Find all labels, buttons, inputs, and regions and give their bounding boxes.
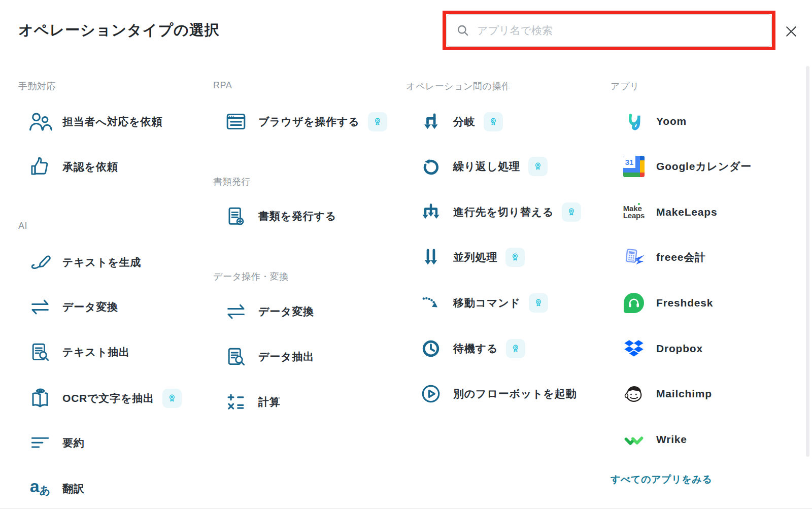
app-label: MakeLeaps: [656, 206, 717, 218]
app-label: Wrike: [656, 433, 687, 446]
operation-item-wait[interactable]: 待機する: [417, 335, 525, 362]
operation-item-data-convert[interactable]: データ変換: [26, 293, 118, 321]
translate-icon: aあ: [26, 475, 54, 502]
operation-item-launch-flowbot[interactable]: 別のフローボットを起動: [417, 380, 577, 407]
item-label: 翻訳: [62, 482, 85, 496]
makeleaps-logo: MakeLeaps: [620, 198, 648, 226]
item-label: 要約: [62, 436, 85, 450]
item-label: ブラウザを操作する: [258, 115, 360, 129]
certification-badge-icon: [562, 202, 581, 222]
item-label: 計算: [258, 395, 281, 409]
operation-item-data-convert[interactable]: データ変換: [222, 298, 314, 325]
operation-item-move-command[interactable]: 移動コマンド: [417, 289, 548, 317]
item-label: 担当者へ対応を依頼: [62, 115, 162, 129]
column-apps: アプリ Yoom 31 Googleカレンダー: [611, 0, 803, 511]
item-label: 待機する: [453, 342, 498, 356]
app-label: Yoom: [656, 115, 687, 127]
app-item-makeleaps[interactable]: MakeLeaps MakeLeaps: [620, 198, 717, 226]
item-label: テキストを生成: [62, 255, 141, 269]
operation-item-text-extract[interactable]: テキスト抽出: [26, 338, 130, 366]
document-search-icon: [222, 343, 250, 370]
app-item-google-calendar[interactable]: 31 Googleカレンダー: [620, 153, 752, 180]
swap-arrows-icon: [222, 298, 250, 325]
app-item-freee[interactable]: freee会計: [620, 244, 706, 271]
freee-logo: [620, 244, 648, 271]
item-label: 移動コマンド: [453, 296, 521, 310]
app-item-freshdesk[interactable]: Freshdesk: [620, 289, 713, 317]
branch-icon: [417, 108, 445, 135]
operation-item-branch[interactable]: 分岐: [417, 108, 503, 135]
operation-item-switch-route[interactable]: 進行先を切り替える: [417, 198, 581, 226]
certification-badge-icon: [528, 157, 548, 176]
app-item-wrike[interactable]: Wrike: [620, 426, 687, 453]
loop-icon: [417, 153, 445, 180]
item-label: 進行先を切り替える: [453, 205, 554, 219]
operation-item-request-staff[interactable]: 担当者へ対応を依頼: [26, 108, 162, 135]
modal-bottom-border: [0, 508, 812, 509]
certification-badge-icon: [368, 112, 387, 131]
operation-type-modal: オペレーションタイプの選択 手動対応: [0, 0, 812, 511]
certification-badge-icon: [484, 112, 503, 131]
certification-badge-icon: [506, 339, 525, 358]
operation-item-translate[interactable]: aあ 翻訳: [26, 475, 85, 502]
certification-badge-icon: [529, 293, 548, 313]
item-label: 繰り返し処理: [453, 159, 520, 174]
app-item-mailchimp[interactable]: Mailchimp: [620, 380, 712, 407]
dropbox-logo: [620, 335, 648, 362]
users-icon: [26, 108, 54, 135]
operation-item-request-approval[interactable]: 承認を依頼: [26, 153, 118, 181]
item-label: 分岐: [453, 115, 476, 129]
switch-route-icon: [417, 198, 445, 226]
section-header: AI: [18, 221, 27, 231]
freshdesk-logo: [620, 289, 648, 317]
operation-item-parallel[interactable]: 並列処理: [417, 244, 525, 271]
app-item-dropbox[interactable]: Dropbox: [620, 335, 703, 362]
swap-arrows-icon: [26, 293, 54, 321]
operation-item-summarize[interactable]: 要約: [26, 429, 85, 457]
app-label: Googleカレンダー: [656, 159, 752, 174]
app-label: Mailchimp: [656, 388, 712, 400]
yoom-logo: [620, 108, 648, 135]
app-label: Dropbox: [656, 343, 703, 355]
mailchimp-logo: [620, 380, 648, 407]
section-header: アプリ: [611, 80, 639, 92]
item-label: OCRで文字を抽出: [62, 391, 154, 405]
book-eye-icon: [26, 385, 54, 412]
wrike-logo: [620, 426, 648, 453]
app-item-yoom[interactable]: Yoom: [620, 108, 687, 135]
item-label: 並列処理: [453, 250, 497, 264]
section-header: 手動対応: [18, 80, 56, 92]
operation-item-browser[interactable]: ブラウザを操作する: [222, 108, 387, 135]
scrollbar[interactable]: [806, 66, 809, 457]
app-label: freee会計: [656, 250, 706, 264]
see-all-apps-link[interactable]: すべてのアプリをみる: [611, 473, 712, 486]
column-between-operations: オペレーション間の操作 分岐: [406, 0, 606, 511]
item-label: 承認を依頼: [62, 160, 118, 174]
browser-icon: [222, 108, 250, 135]
operation-item-ocr[interactable]: OCRで文字を抽出: [26, 385, 182, 412]
item-label: 別のフローボットを起動: [453, 387, 577, 401]
item-label: テキスト抽出: [62, 345, 130, 359]
item-label: データ変換: [62, 300, 118, 314]
document-plus-icon: [222, 202, 250, 230]
operation-item-generate-text[interactable]: テキストを生成: [26, 249, 141, 276]
clock-icon: [417, 335, 445, 362]
certification-badge-icon: [162, 389, 182, 408]
operation-item-loop[interactable]: 繰り返し処理: [417, 153, 548, 180]
app-label: Freshdesk: [656, 297, 713, 309]
operation-item-calculate[interactable]: 計算: [222, 388, 281, 416]
document-search-icon: [26, 338, 54, 366]
certification-badge-icon: [505, 248, 525, 267]
section-header: 書類発行: [213, 176, 251, 188]
section-header: オペレーション間の操作: [406, 80, 511, 92]
item-label: データ抽出: [258, 350, 314, 364]
move-command-icon: [417, 289, 445, 317]
item-label: 書類を発行する: [258, 209, 336, 223]
item-label: データ変換: [258, 304, 314, 319]
section-header: RPA: [213, 80, 232, 91]
operation-item-issue-document[interactable]: 書類を発行する: [222, 202, 336, 230]
column-rpa-docs-data: RPA ブラウザを操作する 書類発行: [213, 0, 401, 511]
operation-item-data-extract[interactable]: データ抽出: [222, 343, 314, 370]
summary-lines-icon: [26, 429, 54, 457]
google-calendar-logo: 31: [620, 153, 648, 180]
